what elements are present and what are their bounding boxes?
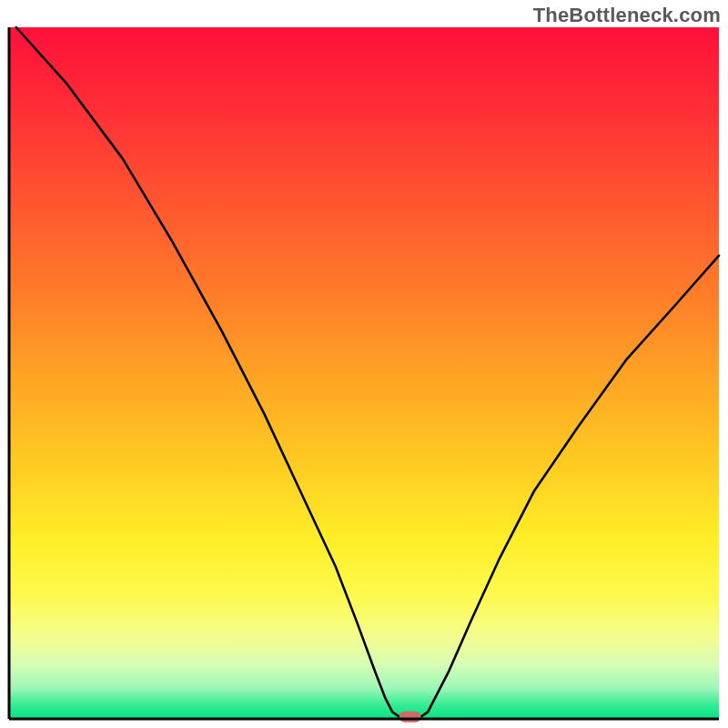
chart-svg xyxy=(0,0,728,728)
attribution-text: TheBottleneck.com xyxy=(533,4,721,27)
optimal-marker xyxy=(399,712,421,723)
plot-background xyxy=(9,27,719,719)
chart-container: TheBottleneck.com xyxy=(0,0,728,728)
